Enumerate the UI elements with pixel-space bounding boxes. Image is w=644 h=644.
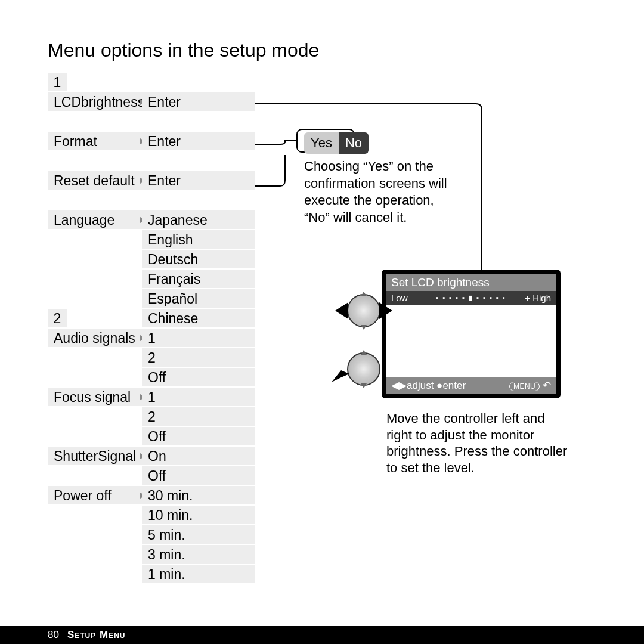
opt-lang-fr[interactable]: Français [142,270,255,289]
confirm-no[interactable]: No [339,132,369,154]
tab-1: 1 [48,73,67,92]
opt-shutter-off[interactable]: Off [142,466,255,486]
lcd-title: Set LCD brightness [386,274,556,291]
menu-shutter-signal[interactable]: ShutterSignal [48,447,149,466]
opt-power-1[interactable]: 1 min. [142,565,255,584]
controller-instruction: Move the controller left and right to ad… [386,410,571,476]
menu-audio-signals[interactable]: Audio signals [48,329,149,348]
opt-lang-en[interactable]: English [142,230,255,250]
opt-lang-jp[interactable]: Japanese [142,210,255,230]
menu-lcdbrightness[interactable]: LCDbrightness [48,92,149,112]
opt-lcdbrightness-enter[interactable]: Enter [142,92,255,112]
opt-focus-2[interactable]: 2 [142,407,255,427]
section-name: Setup Menu [67,629,126,641]
page-title: Menu options in the setup mode [48,39,319,61]
opt-lang-de[interactable]: Deutsch [142,250,255,270]
menu-language[interactable]: Language [48,210,149,230]
tab-2: 2 [48,309,67,329]
left-right-icon: ◀▶ [391,380,407,391]
enter-dot-icon: ● [436,380,442,391]
opt-audio-off[interactable]: Off [142,368,255,388]
opt-audio-1[interactable]: 1 [142,329,255,348]
menu-format[interactable]: Format [48,132,149,151]
lcd-brightness-scale: Low – ▪ ▪ ▪ ▪ ▪ ▮ ▪ ▪ ▪ ▪ ▪ + High [386,291,556,305]
opt-lang-cn[interactable]: Chinese [142,309,255,329]
opt-format-enter[interactable]: Enter [142,132,255,151]
controller-press-icon [347,352,380,386]
opt-shutter-on[interactable]: On [142,447,255,466]
opt-power-3[interactable]: 3 min. [142,545,255,565]
opt-power-30[interactable]: 30 min. [142,486,255,506]
confirm-yes[interactable]: Yes [304,132,339,154]
menu-options-column: Enter Enter Enter Japanese English Deuts… [142,73,255,584]
page-number: 80 [48,629,59,641]
controller-leftright-icon [347,294,380,327]
opt-audio-2[interactable]: 2 [142,348,255,368]
opt-focus-off[interactable]: Off [142,427,255,447]
lcd-brightness-preview: Set LCD brightness Low – ▪ ▪ ▪ ▪ ▪ ▮ ▪ ▪… [382,270,561,398]
menu-reset-default[interactable]: Reset default [48,171,149,191]
menu-button-icon: MENU [509,382,540,391]
confirmation-note: Choosing “Yes” on the confirmation scree… [304,158,447,226]
lcd-footer: ◀▶adjust ●enter MENU ↶ [386,377,556,394]
opt-lang-es[interactable]: Español [142,289,255,309]
return-icon: ↶ [543,380,551,391]
page-footer: 80 Setup Menu [0,626,644,644]
opt-reset-enter[interactable]: Enter [142,171,255,191]
opt-power-5[interactable]: 5 min. [142,525,255,545]
confirm-yes-no: Yes No [304,132,369,154]
menu-focus-signal[interactable]: Focus signal [48,388,149,407]
menu-power-off[interactable]: Power off [48,486,149,506]
opt-focus-1[interactable]: 1 [142,388,255,407]
menu-label-column: 1 LCDbrightness Format Reset default Lan… [48,73,149,506]
opt-power-10[interactable]: 10 min. [142,506,255,525]
